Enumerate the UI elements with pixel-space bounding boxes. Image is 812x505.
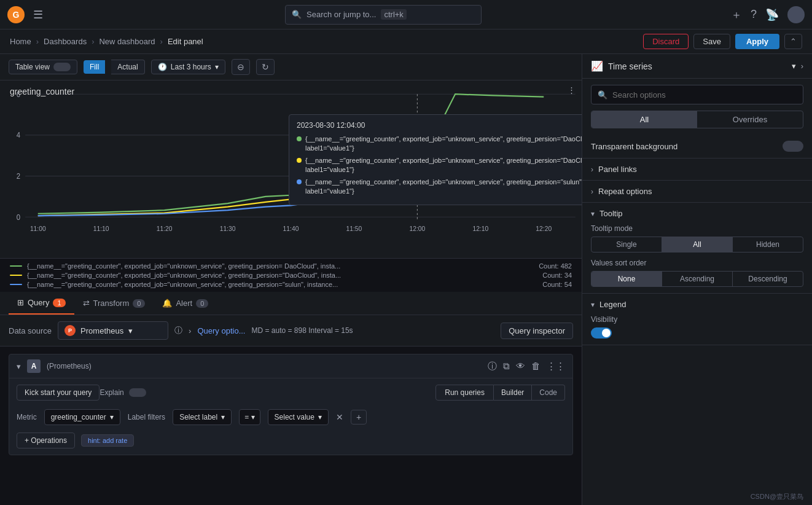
table-view-toggle[interactable]: Table view [9,60,77,74]
breadcrumb-dashboards[interactable]: Dashboards [44,37,87,46]
tooltip-section-header[interactable]: ▾ Tooltip [582,203,812,224]
breadcrumb-home[interactable]: Home [10,37,31,46]
fill-button[interactable]: Fill [84,60,105,74]
metric-select[interactable]: greeting_counter ▾ [44,409,120,425]
sort-descending-button[interactable]: Descending [733,272,803,286]
sort-order-buttons: None Ascending Descending [591,271,803,287]
zoom-out-button[interactable]: ⊖ [232,59,250,75]
breadcrumb-new-dashboard[interactable]: New dashboard [99,37,155,46]
time-range-label: Last 3 hours [171,63,211,71]
query-options-link[interactable]: Query optio... [197,326,245,335]
viz-header: 📈 Time series ▾ › [582,54,812,79]
query-expand-icon[interactable]: ▾ [17,362,21,371]
tab-alert[interactable]: 🔔 Alert 0 [154,292,217,314]
plus-icon[interactable]: ＋ [731,7,742,22]
data-source-row: Data source P Prometheus ▾ ⓘ › Query opt… [0,315,582,346]
query-delete-icon[interactable]: 🗑 [531,361,541,372]
transparent-bg-section: Transparent background [582,135,812,159]
query-help-icon[interactable]: ⓘ [488,361,497,372]
query-hide-icon[interactable]: 👁 [516,361,525,372]
metric-label: Metric [17,413,37,421]
label-filters-label: Label filters [128,413,165,421]
legend-color-3 [10,284,22,285]
svg-text:12:20: 12:20 [536,224,552,232]
tab-transform[interactable]: ⇄ Transform 0 [74,292,154,314]
discard-button[interactable]: Discard [643,34,689,49]
tab-alert-badge: 0 [196,299,208,308]
refresh-button[interactable]: ↻ [256,59,275,75]
filter-eq-select[interactable]: = ▾ [239,409,260,425]
panel-links-header[interactable]: › Panel links [582,159,812,180]
query-drag-icon[interactable]: ⋮⋮ [547,361,565,372]
legend-item-3: {__name__="greeting_counter", exported_j… [10,281,572,288]
hamburger-menu[interactable]: ☰ [31,6,45,24]
query-inspector-button[interactable]: Query inspector [501,323,573,339]
repeat-options-header[interactable]: › Repeat options [582,181,812,202]
filter-add-button[interactable]: + [351,410,367,425]
add-operations-button[interactable]: + Operations [17,433,75,448]
tab-overrides[interactable]: Overrides [697,111,803,128]
code-button[interactable]: Code [532,385,565,401]
explain-row: Explain [100,388,146,397]
rss-icon[interactable]: 📡 [765,8,779,22]
legend-section-header[interactable]: ▾ Legend [582,294,812,315]
tooltip-text-1: {__name__="greeting_counter", exported_j… [305,135,582,154]
query-row-actions: ⓘ ⧉ 👁 🗑 ⋮⋮ [488,361,565,372]
clock-icon: 🕐 [158,63,167,71]
tooltip-hidden-button[interactable]: Hidden [733,237,803,252]
apply-button[interactable]: Apply [735,34,779,49]
tooltip-all-button[interactable]: All [662,237,733,252]
explain-toggle[interactable] [129,388,146,397]
query-copy-icon[interactable]: ⧉ [503,361,510,372]
tooltip-chevron-down: ▾ [591,209,595,218]
transparent-bg-label: Transparent background [591,142,677,151]
user-avatar[interactable] [787,6,805,23]
table-view-switch[interactable] [53,63,71,71]
svg-text:11:30: 11:30 [220,224,236,232]
tooltip-item-3: {__name__="greeting_counter", exported_j… [297,178,582,197]
data-source-value: Prometheus [80,326,123,335]
tooltip-section: ▾ Tooltip Tooltip mode Single All Hidden… [582,203,812,294]
select-value-dropdown[interactable]: Select value ▾ [268,409,329,425]
hint-add-rate[interactable]: hint: add rate [81,434,134,447]
select-label-dropdown[interactable]: Select label ▾ [173,409,232,425]
sort-ascending-button[interactable]: Ascending [662,272,733,286]
legend-color-1 [10,265,22,267]
filter-clear-button[interactable]: ✕ [336,412,343,422]
visibility-toggle[interactable] [591,327,612,339]
viz-expand-icon[interactable]: › [801,61,803,71]
breadcrumb-sep-1: › [36,37,39,46]
transparent-bg-toggle[interactable] [783,141,803,152]
kick-start-button[interactable]: Kick start your query [17,385,100,401]
tab-all[interactable]: All [591,111,697,128]
search-bar[interactable]: 🔍 Search or jump to... ctrl+k [285,5,482,25]
tab-query[interactable]: ⊞ Query 1 [9,292,74,315]
legend-text-1: {__name__="greeting_counter", exported_j… [27,262,340,270]
collapse-button[interactable]: ⌃ [784,34,802,49]
breadcrumb-actions: Discard Save Apply ⌃ [643,34,802,49]
run-queries-button[interactable]: Run queries [435,385,494,401]
select-value-text: Select value [275,413,314,421]
tooltip-single-button[interactable]: Single [591,237,662,252]
main-layout: Table view Fill Actual 🕐 Last 3 hours ▾ … [0,54,812,505]
metric-chevron-icon: ▾ [110,413,114,421]
search-options[interactable]: 🔍 [591,85,803,104]
chart-menu-icon[interactable]: ⋮ [568,85,576,95]
time-range-picker[interactable]: 🕐 Last 3 hours ▾ [151,60,225,74]
save-button[interactable]: Save [693,34,730,49]
search-icon: 🔍 [292,10,302,19]
help-icon[interactable]: ? [751,8,757,21]
svg-text:11:20: 11:20 [157,224,173,232]
search-options-input[interactable] [612,90,797,100]
prometheus-icon: P [64,325,76,336]
chevron-right-icon: › [189,326,191,335]
actual-button[interactable]: Actual [111,60,144,74]
sort-none-button[interactable]: None [591,272,662,286]
data-source-select[interactable]: P Prometheus ▾ [58,321,168,340]
query-panel: ⊞ Query 1 ⇄ Transform 0 🔔 Alert 0 Data s… [0,292,582,505]
data-source-label: Data source [9,326,52,335]
ds-info-icon[interactable]: ⓘ [174,325,182,336]
svg-text:11:40: 11:40 [283,224,299,232]
builder-button[interactable]: Builder [494,385,532,401]
tooltip-dot-yellow [297,158,302,163]
